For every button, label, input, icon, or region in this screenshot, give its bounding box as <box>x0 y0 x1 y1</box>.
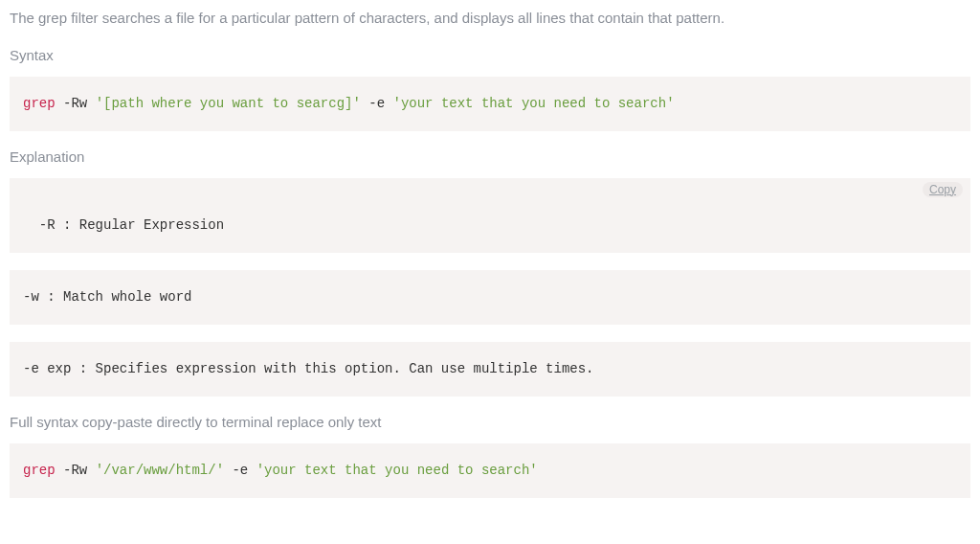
copy-button[interactable]: Copy <box>923 182 963 197</box>
explanation-block-r: Copy-R : Regular Expression <box>10 178 970 253</box>
explanation-heading: Explanation <box>10 148 970 165</box>
code-string: '/var/www/html/' <box>96 463 224 478</box>
code-string: 'your text that you need to search' <box>256 463 538 478</box>
full-syntax-heading: Full syntax copy-paste directly to termi… <box>10 414 970 430</box>
code-command: grep <box>23 96 56 111</box>
explanation-text: -e exp : Specifies expression with this … <box>23 361 594 376</box>
code-string: 'your text that you need to search' <box>392 96 674 111</box>
code-flags: -e <box>224 463 256 478</box>
full-code-block: grep -Rw '/var/www/html/' -e 'your text … <box>10 443 970 498</box>
syntax-code-block: grep -Rw '[path where you want to searcg… <box>10 77 970 131</box>
explanation-block-w: -w : Match whole word <box>10 270 970 325</box>
explanation-text: -w : Match whole word <box>23 289 191 305</box>
syntax-heading: Syntax <box>10 47 970 63</box>
explanation-block-e: -e exp : Specifies expression with this … <box>10 342 970 397</box>
code-flags: -e <box>361 96 393 111</box>
code-string: '[path where you want to searcg]' <box>96 96 361 111</box>
code-flags: -Rw <box>56 463 96 478</box>
code-flags: -Rw <box>56 96 96 111</box>
code-command: grep <box>23 463 56 478</box>
explanation-text: -R : Regular Expression <box>39 217 224 233</box>
intro-paragraph: The grep filter searches a file for a pa… <box>10 8 970 30</box>
